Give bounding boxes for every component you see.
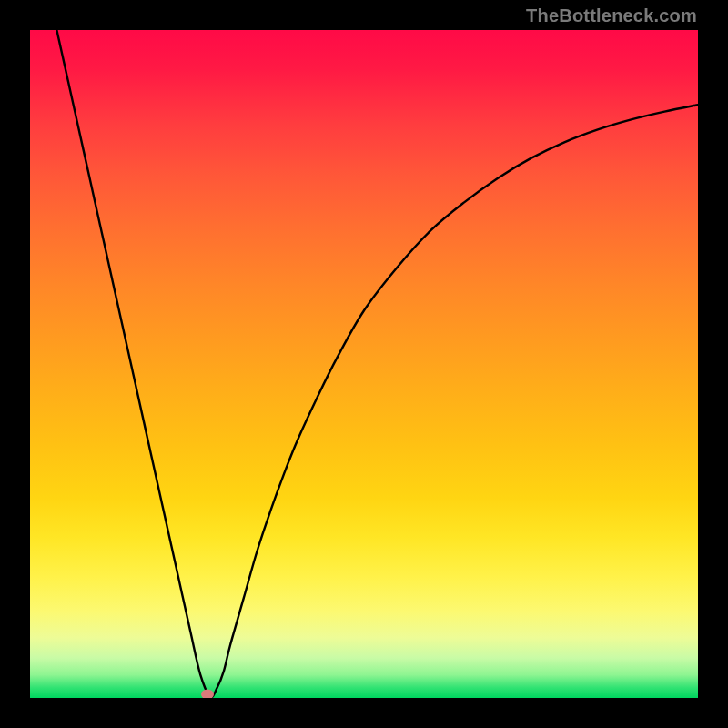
watermark-text: TheBottleneck.com <box>526 5 697 26</box>
plot-area <box>30 30 698 698</box>
optimum-marker <box>201 690 214 698</box>
chart-frame: TheBottleneck.com <box>0 0 728 728</box>
bottleneck-curve <box>30 30 698 698</box>
